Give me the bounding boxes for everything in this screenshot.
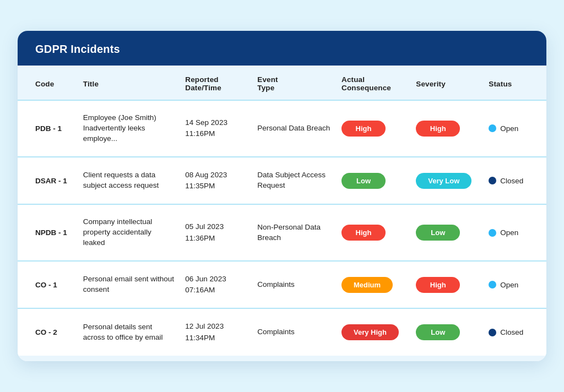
cell-title: Client requests a data subject access re… bbox=[78, 157, 180, 205]
cell-code: CO - 1 bbox=[18, 261, 78, 309]
col-header-datetime: ReportedDate/Time bbox=[180, 66, 252, 100]
col-header-event-type: EventType bbox=[252, 66, 336, 100]
card-header: GDPR Incidents bbox=[18, 31, 546, 66]
cell-consequence: Very High bbox=[336, 308, 410, 356]
consequence-badge: High bbox=[341, 225, 386, 241]
cell-event-type: Non-Personal Data Breach bbox=[252, 204, 336, 261]
table-row: DSAR - 1 Client requests a data subject … bbox=[18, 157, 546, 205]
card-title: GDPR Incidents bbox=[35, 43, 529, 56]
cell-status: Open bbox=[483, 204, 546, 261]
table-row: NPDB - 1 Company intellectual property a… bbox=[18, 204, 546, 261]
consequence-badge: High bbox=[341, 121, 386, 137]
col-header-title: Title bbox=[78, 66, 180, 100]
incidents-table: Code Title ReportedDate/Time EventType A… bbox=[18, 66, 546, 356]
cell-consequence: Medium bbox=[336, 261, 410, 309]
severity-badge: Low bbox=[416, 324, 460, 340]
cell-code: CO - 2 bbox=[18, 308, 78, 356]
severity-badge: Very Low bbox=[416, 173, 471, 189]
cell-event-type: Complaints bbox=[252, 308, 336, 356]
status-dot bbox=[489, 229, 496, 237]
cell-severity: Very Low bbox=[410, 157, 483, 205]
cell-datetime: 14 Sep 202311:16PM bbox=[180, 100, 252, 157]
table-wrap: Code Title ReportedDate/Time EventType A… bbox=[18, 66, 546, 361]
cell-code: PDB - 1 bbox=[18, 100, 78, 157]
status-dot bbox=[489, 177, 496, 184]
cell-severity: Low bbox=[410, 204, 483, 261]
cell-datetime: 12 Jul 202311:34PM bbox=[180, 308, 252, 356]
cell-status: Closed bbox=[483, 157, 546, 205]
table-header-row: Code Title ReportedDate/Time EventType A… bbox=[18, 66, 546, 100]
cell-title: Personal email sent without consent bbox=[78, 261, 180, 309]
cell-event-type: Personal Data Breach bbox=[252, 100, 336, 157]
cell-status: Closed bbox=[483, 308, 546, 356]
cell-status: Open bbox=[483, 261, 546, 309]
gdpr-incidents-card: GDPR Incidents Code Title ReportedDate/T… bbox=[18, 31, 546, 361]
cell-consequence: Low bbox=[336, 157, 410, 205]
consequence-badge: Medium bbox=[341, 277, 393, 293]
cell-severity: Low bbox=[410, 308, 483, 356]
cell-consequence: High bbox=[336, 204, 410, 261]
cell-title: Employee (Joe Smith) Inadvertently leeks… bbox=[78, 100, 180, 157]
status-label: Open bbox=[500, 124, 518, 133]
cell-severity: High bbox=[410, 261, 483, 309]
col-header-severity: Severity bbox=[410, 66, 483, 100]
cell-title: Personal details sent across to office b… bbox=[78, 308, 180, 356]
consequence-badge: Very High bbox=[341, 324, 399, 340]
table-row: PDB - 1 Employee (Joe Smith) Inadvertent… bbox=[18, 100, 546, 157]
table-row: CO - 1 Personal email sent without conse… bbox=[18, 261, 546, 309]
status-label: Open bbox=[500, 281, 518, 289]
cell-event-type: Complaints bbox=[252, 261, 336, 309]
cell-severity: High bbox=[410, 100, 483, 157]
status-dot bbox=[489, 281, 496, 288]
cell-code: DSAR - 1 bbox=[18, 157, 78, 205]
status-label: Closed bbox=[500, 177, 523, 185]
cell-status: Open bbox=[483, 100, 546, 157]
cell-consequence: High bbox=[336, 100, 410, 157]
table-row: CO - 2 Personal details sent across to o… bbox=[18, 308, 546, 356]
status-label: Closed bbox=[500, 328, 523, 336]
severity-badge: High bbox=[416, 121, 460, 137]
cell-event-type: Data Subject Access Request bbox=[252, 157, 336, 205]
cell-code: NPDB - 1 bbox=[18, 204, 78, 261]
cell-datetime: 06 Jun 202307:16AM bbox=[180, 261, 252, 309]
severity-badge: High bbox=[416, 277, 460, 293]
cell-datetime: 05 Jul 202311:36PM bbox=[180, 204, 252, 261]
status-dot bbox=[489, 124, 496, 132]
consequence-badge: Low bbox=[341, 173, 386, 189]
severity-badge: Low bbox=[416, 225, 460, 241]
cell-title: Company intellectual property accidental… bbox=[78, 204, 180, 261]
col-header-status: Status bbox=[483, 66, 546, 100]
cell-datetime: 08 Aug 202311:35PM bbox=[180, 157, 252, 205]
status-label: Open bbox=[500, 228, 518, 237]
col-header-consequence: ActualConsequence bbox=[336, 66, 410, 100]
col-header-code: Code bbox=[18, 66, 78, 100]
status-dot bbox=[489, 329, 496, 336]
